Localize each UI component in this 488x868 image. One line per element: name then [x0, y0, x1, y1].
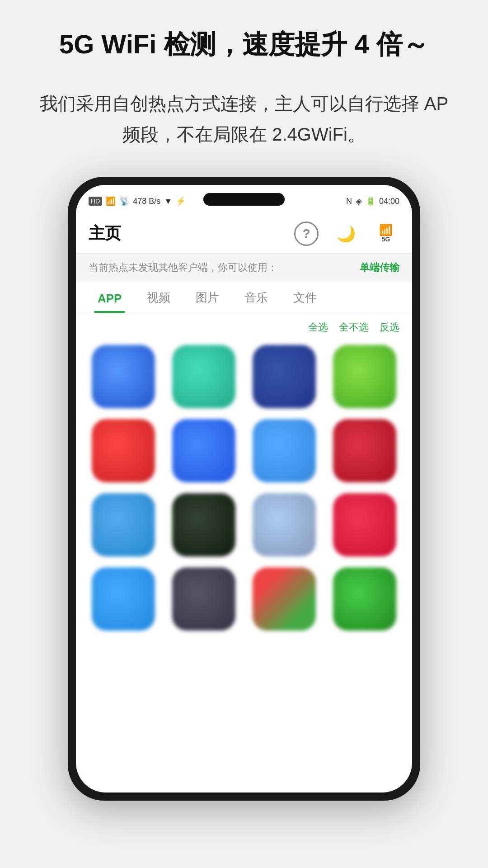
app-item[interactable]: [253, 567, 316, 631]
moon-icon: 🌙: [337, 225, 356, 243]
nav-icon: ▼: [164, 197, 172, 206]
tab-bar: APP 视频 图片 音乐 文件: [76, 282, 412, 313]
app-item[interactable]: [253, 345, 316, 408]
phone-screen: HD 📶 📡 478 B/s ▼ ⚡ N ◈ 🔋 04:00: [76, 185, 412, 793]
app-item-chrome[interactable]: [92, 419, 155, 482]
tab-file[interactable]: 文件: [281, 282, 329, 313]
app-item[interactable]: [172, 345, 235, 408]
app-row-1: [83, 345, 405, 408]
time-display: 04:00: [379, 197, 399, 206]
action-row: 全选 全不选 反选: [76, 313, 412, 341]
wifi5g-icon: 📶 5G: [379, 225, 393, 243]
wifi-icon: 📡: [119, 196, 129, 206]
app-item[interactable]: [333, 345, 396, 408]
single-transfer-link[interactable]: 单端传输: [360, 261, 399, 274]
wifi5g-button[interactable]: 📶 5G: [372, 220, 399, 247]
app-item[interactable]: [333, 567, 396, 631]
vol-icon: ◈: [356, 196, 362, 206]
headline: 5G WiFi 检测，速度提升 4 倍～: [32, 27, 456, 61]
page-wrapper: 5G WiFi 检测，速度提升 4 倍～ 我们采用自创热点方式连接，主人可以自行…: [0, 0, 488, 868]
app-row-4: [83, 567, 405, 631]
night-mode-button[interactable]: 🌙: [333, 220, 360, 247]
title-icons: ? 🌙 📶 5G: [293, 220, 399, 247]
status-right: N ◈ 🔋 04:00: [346, 196, 399, 206]
phone-frame: HD 📶 📡 478 B/s ▼ ⚡ N ◈ 🔋 04:00: [68, 177, 420, 801]
status-left: HD 📶 📡 478 B/s ▼ ⚡: [89, 196, 186, 206]
tab-music[interactable]: 音乐: [232, 282, 281, 313]
invert-button[interactable]: 反选: [380, 321, 399, 334]
app-item[interactable]: [92, 493, 155, 557]
nfc-icon: N: [346, 197, 352, 206]
app-item[interactable]: [92, 345, 155, 408]
app-item[interactable]: [253, 493, 316, 557]
app-row-3: [83, 493, 405, 557]
notice-text: 当前热点未发现其他客户端，你可以使用：: [89, 261, 277, 274]
notice-bar: 当前热点未发现其他客户端，你可以使用： 单端传输: [76, 254, 412, 282]
tab-video[interactable]: 视频: [134, 282, 183, 313]
signal-icon: 📶: [106, 196, 116, 206]
app-item[interactable]: [92, 567, 155, 631]
select-all-button[interactable]: 全选: [308, 321, 328, 334]
app-item[interactable]: [333, 493, 396, 557]
deselect-all-button[interactable]: 全不选: [339, 321, 369, 334]
app-item[interactable]: [172, 493, 235, 557]
battery-icon: 🔋: [366, 196, 375, 206]
hd-badge: HD: [89, 197, 102, 206]
description: 我们采用自创热点方式连接，主人可以自行选择 AP 频段，不在局限在 2.4GWi…: [0, 88, 488, 150]
page-title: 主页: [89, 222, 293, 245]
speed-text: 478 B/s: [133, 197, 160, 206]
tab-app[interactable]: APP: [85, 283, 134, 313]
title-bar: 主页 ? 🌙 📶 5G: [76, 214, 412, 254]
app-item[interactable]: [253, 419, 316, 482]
phone-speaker: [203, 193, 285, 206]
tab-photo[interactable]: 图片: [183, 282, 232, 313]
app-item[interactable]: [172, 419, 235, 482]
app-row-2: [83, 419, 405, 482]
help-icon: ?: [294, 222, 319, 246]
usb-icon: ⚡: [176, 196, 186, 206]
app-grid: [76, 341, 412, 793]
help-button[interactable]: ?: [293, 220, 320, 247]
app-item[interactable]: [172, 567, 235, 631]
app-item[interactable]: [333, 419, 396, 482]
